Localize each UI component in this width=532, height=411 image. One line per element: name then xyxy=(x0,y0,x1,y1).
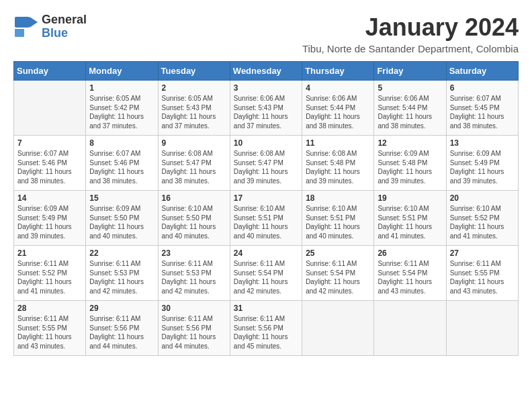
weekday-header-sunday: Sunday xyxy=(14,62,86,81)
svg-rect-0 xyxy=(15,17,30,28)
calendar-cell: 12Sunrise: 6:09 AM Sunset: 5:48 PM Dayli… xyxy=(374,136,446,191)
calendar-cell: 2Sunrise: 6:05 AM Sunset: 5:43 PM Daylig… xyxy=(158,81,230,136)
day-number: 5 xyxy=(378,83,442,93)
day-number: 22 xyxy=(89,248,154,258)
day-number: 27 xyxy=(450,248,515,258)
day-number: 6 xyxy=(450,83,515,93)
day-number: 29 xyxy=(89,304,154,313)
calendar-cell: 20Sunrise: 6:10 AM Sunset: 5:52 PM Dayli… xyxy=(446,191,518,246)
calendar-cell: 26Sunrise: 6:11 AM Sunset: 5:54 PM Dayli… xyxy=(374,246,446,301)
calendar-cell: 15Sunrise: 6:09 AM Sunset: 5:50 PM Dayli… xyxy=(86,191,158,246)
cell-info: Sunrise: 6:11 AM Sunset: 5:54 PM Dayligh… xyxy=(234,259,298,295)
calendar-week-row: 7Sunrise: 6:07 AM Sunset: 5:46 PM Daylig… xyxy=(14,136,519,191)
cell-info: Sunrise: 6:06 AM Sunset: 5:44 PM Dayligh… xyxy=(306,94,370,130)
logo-general: General xyxy=(42,13,87,26)
cell-info: Sunrise: 6:09 AM Sunset: 5:49 PM Dayligh… xyxy=(17,204,82,240)
cell-info: Sunrise: 6:10 AM Sunset: 5:50 PM Dayligh… xyxy=(162,204,226,240)
cell-info: Sunrise: 6:11 AM Sunset: 5:53 PM Dayligh… xyxy=(89,259,154,295)
day-number: 14 xyxy=(17,193,82,203)
calendar-cell: 22Sunrise: 6:11 AM Sunset: 5:53 PM Dayli… xyxy=(86,246,158,301)
calendar-cell: 8Sunrise: 6:07 AM Sunset: 5:46 PM Daylig… xyxy=(86,136,158,191)
cell-info: Sunrise: 6:11 AM Sunset: 5:55 PM Dayligh… xyxy=(450,259,515,295)
day-number: 3 xyxy=(234,83,298,93)
cell-info: Sunrise: 6:11 AM Sunset: 5:56 PM Dayligh… xyxy=(89,314,154,351)
calendar-cell: 31Sunrise: 6:11 AM Sunset: 5:56 PM Dayli… xyxy=(230,301,302,356)
day-number: 26 xyxy=(378,248,442,258)
page-header: General Blue January 2024 Tibu, Norte de… xyxy=(13,13,519,54)
calendar-table: SundayMondayTuesdayWednesdayThursdayFrid… xyxy=(13,61,519,356)
calendar-cell: 24Sunrise: 6:11 AM Sunset: 5:54 PM Dayli… xyxy=(230,246,302,301)
day-number: 16 xyxy=(162,193,226,203)
calendar-cell: 29Sunrise: 6:11 AM Sunset: 5:56 PM Dayli… xyxy=(86,301,158,356)
calendar-cell: 3Sunrise: 6:06 AM Sunset: 5:43 PM Daylig… xyxy=(230,81,302,136)
day-number: 18 xyxy=(306,193,370,203)
cell-info: Sunrise: 6:07 AM Sunset: 5:46 PM Dayligh… xyxy=(17,149,82,185)
calendar-cell: 21Sunrise: 6:11 AM Sunset: 5:52 PM Dayli… xyxy=(14,246,86,301)
cell-info: Sunrise: 6:07 AM Sunset: 5:45 PM Dayligh… xyxy=(450,94,515,130)
cell-info: Sunrise: 6:05 AM Sunset: 5:42 PM Dayligh… xyxy=(89,94,154,130)
calendar-week-row: 14Sunrise: 6:09 AM Sunset: 5:49 PM Dayli… xyxy=(14,191,519,246)
day-number: 21 xyxy=(17,248,82,258)
calendar-cell: 6Sunrise: 6:07 AM Sunset: 5:45 PM Daylig… xyxy=(446,81,518,136)
calendar-cell: 4Sunrise: 6:06 AM Sunset: 5:44 PM Daylig… xyxy=(302,81,374,136)
cell-info: Sunrise: 6:11 AM Sunset: 5:56 PM Dayligh… xyxy=(234,314,298,351)
day-number: 1 xyxy=(89,83,154,93)
calendar-cell: 17Sunrise: 6:10 AM Sunset: 5:51 PM Dayli… xyxy=(230,191,302,246)
day-number: 10 xyxy=(234,138,298,148)
calendar-cell xyxy=(446,301,518,356)
calendar-cell: 14Sunrise: 6:09 AM Sunset: 5:49 PM Dayli… xyxy=(14,191,86,246)
day-number: 31 xyxy=(234,304,298,313)
cell-info: Sunrise: 6:11 AM Sunset: 5:52 PM Dayligh… xyxy=(17,259,82,295)
weekday-header-tuesday: Tuesday xyxy=(158,62,230,81)
weekday-header-row: SundayMondayTuesdayWednesdayThursdayFrid… xyxy=(14,62,519,81)
cell-info: Sunrise: 6:09 AM Sunset: 5:50 PM Dayligh… xyxy=(89,204,154,240)
location-title: Tibu, Norte de Santander Department, Col… xyxy=(302,43,519,54)
calendar-cell: 16Sunrise: 6:10 AM Sunset: 5:50 PM Dayli… xyxy=(158,191,230,246)
weekday-header-friday: Friday xyxy=(374,62,446,81)
cell-info: Sunrise: 6:10 AM Sunset: 5:51 PM Dayligh… xyxy=(378,204,442,240)
month-title: January 2024 xyxy=(302,13,519,42)
calendar-cell: 1Sunrise: 6:05 AM Sunset: 5:42 PM Daylig… xyxy=(86,81,158,136)
calendar-cell: 11Sunrise: 6:08 AM Sunset: 5:48 PM Dayli… xyxy=(302,136,374,191)
calendar-cell: 28Sunrise: 6:11 AM Sunset: 5:55 PM Dayli… xyxy=(14,301,86,356)
weekday-header-thursday: Thursday xyxy=(302,62,374,81)
calendar-cell xyxy=(302,301,374,356)
calendar-cell: 19Sunrise: 6:10 AM Sunset: 5:51 PM Dayli… xyxy=(374,191,446,246)
cell-info: Sunrise: 6:09 AM Sunset: 5:49 PM Dayligh… xyxy=(450,149,515,185)
day-number: 19 xyxy=(378,193,442,203)
day-number: 20 xyxy=(450,193,515,203)
cell-info: Sunrise: 6:11 AM Sunset: 5:53 PM Dayligh… xyxy=(162,259,226,295)
cell-info: Sunrise: 6:10 AM Sunset: 5:51 PM Dayligh… xyxy=(234,204,298,240)
day-number: 7 xyxy=(17,138,82,148)
svg-marker-1 xyxy=(30,17,38,28)
calendar-week-row: 21Sunrise: 6:11 AM Sunset: 5:52 PM Dayli… xyxy=(14,246,519,301)
calendar-cell: 23Sunrise: 6:11 AM Sunset: 5:53 PM Dayli… xyxy=(158,246,230,301)
cell-info: Sunrise: 6:11 AM Sunset: 5:56 PM Dayligh… xyxy=(162,314,226,351)
day-number: 12 xyxy=(378,138,442,148)
cell-info: Sunrise: 6:07 AM Sunset: 5:46 PM Dayligh… xyxy=(89,149,154,185)
calendar-week-row: 28Sunrise: 6:11 AM Sunset: 5:55 PM Dayli… xyxy=(14,301,519,356)
cell-info: Sunrise: 6:09 AM Sunset: 5:48 PM Dayligh… xyxy=(378,149,442,185)
day-number: 11 xyxy=(306,138,370,148)
calendar-cell: 27Sunrise: 6:11 AM Sunset: 5:55 PM Dayli… xyxy=(446,246,518,301)
day-number: 25 xyxy=(306,248,370,258)
logo-blue: Blue xyxy=(42,27,87,40)
title-block: January 2024 Tibu, Norte de Santander De… xyxy=(302,13,519,54)
calendar-cell xyxy=(14,81,86,136)
day-number: 13 xyxy=(450,138,515,148)
logo-icon xyxy=(13,14,39,40)
cell-info: Sunrise: 6:11 AM Sunset: 5:54 PM Dayligh… xyxy=(306,259,370,295)
cell-info: Sunrise: 6:10 AM Sunset: 5:51 PM Dayligh… xyxy=(306,204,370,240)
day-number: 4 xyxy=(306,83,370,93)
calendar-cell xyxy=(374,301,446,356)
calendar-cell: 5Sunrise: 6:06 AM Sunset: 5:44 PM Daylig… xyxy=(374,81,446,136)
cell-info: Sunrise: 6:08 AM Sunset: 5:48 PM Dayligh… xyxy=(306,149,370,185)
day-number: 23 xyxy=(162,248,226,258)
day-number: 9 xyxy=(162,138,226,148)
cell-info: Sunrise: 6:08 AM Sunset: 5:47 PM Dayligh… xyxy=(234,149,298,185)
cell-info: Sunrise: 6:10 AM Sunset: 5:52 PM Dayligh… xyxy=(450,204,515,240)
cell-info: Sunrise: 6:08 AM Sunset: 5:47 PM Dayligh… xyxy=(162,149,226,185)
day-number: 15 xyxy=(89,193,154,203)
calendar-cell: 25Sunrise: 6:11 AM Sunset: 5:54 PM Dayli… xyxy=(302,246,374,301)
calendar-cell: 13Sunrise: 6:09 AM Sunset: 5:49 PM Dayli… xyxy=(446,136,518,191)
